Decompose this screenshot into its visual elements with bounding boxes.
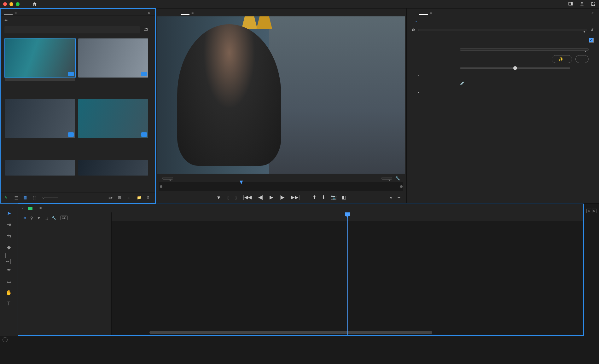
settings-icon[interactable]: 🔧	[395, 176, 400, 181]
timeline-scrollbar[interactable]	[149, 331, 433, 334]
color-section-header[interactable]: ⌄	[407, 71, 599, 79]
close-sequence-icon[interactable]: ×	[21, 206, 24, 211]
panel-overflow-icon[interactable]: »	[590, 10, 596, 15]
program-monitor-viewer[interactable]	[157, 16, 405, 174]
new-item-icon[interactable]: 🗎	[146, 195, 151, 200]
solo-right-icon[interactable]: S	[592, 209, 596, 213]
sort-icon[interactable]: ≡▾	[108, 195, 113, 200]
maximize-window-icon[interactable]	[16, 2, 20, 6]
clip-thumbnail[interactable]	[5, 38, 75, 96]
project-search-input[interactable]	[4, 26, 140, 33]
lumetri-effect-dropdown[interactable]	[418, 29, 587, 31]
tab-lumetri-color[interactable]	[419, 10, 428, 15]
clip-thumbnail[interactable]	[78, 160, 148, 190]
razor-tool-icon[interactable]: ◆	[5, 243, 13, 251]
panel-overflow-icon[interactable]: »	[146, 11, 152, 15]
go-to-out-icon[interactable]: ▶▶|	[291, 194, 300, 200]
pen-tool-icon[interactable]: ✒	[5, 266, 13, 274]
list-view-icon[interactable]	[14, 195, 19, 200]
chevron-down-icon: ⌄	[417, 90, 420, 93]
new-bin-icon[interactable]	[143, 27, 148, 33]
playhead-icon[interactable]	[240, 181, 243, 184]
export-frame-icon[interactable]: 📷	[331, 194, 337, 200]
selection-tool-icon[interactable]: ➤	[5, 209, 13, 217]
tab-libraries[interactable]	[27, 11, 36, 15]
clip-thumbnail[interactable]	[78, 99, 148, 156]
in-point-icon[interactable]	[160, 185, 162, 188]
fullscreen-icon[interactable]	[591, 1, 596, 7]
zoom-slider-icon[interactable]: ○─────	[42, 195, 47, 200]
step-forward-icon[interactable]: |▶	[280, 194, 285, 200]
track-select-tool-icon[interactable]: ⇥	[5, 221, 13, 228]
sequence-settings-icon[interactable]: ⬚	[44, 216, 48, 220]
minimize-window-icon[interactable]	[9, 2, 13, 6]
monitor-scrubber[interactable]	[159, 182, 403, 191]
clip-thumbnail[interactable]	[78, 38, 148, 96]
clip-thumbnail[interactable]	[5, 99, 75, 156]
tab-menu-icon[interactable]: ≡	[189, 10, 195, 15]
reset-effect-icon[interactable]: ↺	[590, 28, 594, 32]
freeform-view-icon[interactable]: ⬚	[33, 195, 38, 200]
mark-out-icon[interactable]: }	[235, 195, 237, 200]
share-icon[interactable]	[579, 1, 584, 7]
basic-correction-header[interactable]: ✓	[407, 34, 599, 46]
workspace-panel-icon[interactable]	[568, 1, 573, 7]
go-to-in-icon[interactable]: |◀◀	[243, 194, 252, 200]
icon-view-icon[interactable]: ▦	[23, 195, 28, 200]
input-lut-dropdown[interactable]	[460, 48, 589, 51]
clip-thumbnail[interactable]	[5, 160, 75, 190]
step-back-icon[interactable]: ◀|	[258, 194, 263, 200]
home-icon[interactable]	[32, 2, 38, 7]
zoom-dropdown[interactable]	[381, 177, 392, 180]
wrench-icon[interactable]: 🔧	[52, 216, 56, 220]
project-breadcrumb[interactable]: ⬅	[1, 15, 155, 25]
add-button-icon[interactable]: ＋	[397, 194, 401, 200]
tab-bin[interactable]	[4, 11, 13, 15]
timeline-playhead[interactable]	[347, 212, 348, 335]
tab-essential-graphics[interactable]	[434, 11, 443, 14]
tab-menu-icon[interactable]: ≡	[13, 11, 19, 15]
mark-in-icon[interactable]: {	[227, 195, 229, 200]
tab-effects[interactable]	[19, 11, 27, 15]
snap-icon[interactable]: ❄	[23, 216, 26, 220]
tab-program-monitor[interactable]	[181, 10, 189, 15]
automate-icon[interactable]: ⊞	[118, 195, 123, 200]
comparison-view-icon[interactable]: ◧	[342, 194, 346, 200]
light-section-header[interactable]: ⌄	[407, 87, 599, 96]
play-icon[interactable]: ▶	[270, 194, 273, 200]
find-icon[interactable]: ⌕	[127, 195, 132, 200]
section-enable-checkbox[interactable]: ✓	[589, 38, 594, 43]
marker-icon[interactable]: ▼	[37, 216, 41, 220]
new-bin-icon[interactable]: 📁	[137, 195, 142, 200]
type-tool-icon[interactable]: T	[5, 300, 13, 308]
timeline-tracks-area[interactable]	[112, 212, 583, 335]
fx-badge-icon[interactable]: fx	[412, 28, 415, 32]
rectangle-tool-icon[interactable]: ▭	[5, 277, 13, 285]
tab-effect-controls[interactable]	[410, 11, 419, 14]
extract-icon[interactable]: ⬇	[322, 194, 326, 200]
hand-tool-icon[interactable]: ✋	[5, 289, 13, 296]
intensity-slider[interactable]	[460, 67, 570, 69]
lift-icon[interactable]: ⬆	[312, 194, 317, 200]
solo-left-icon[interactable]: S	[586, 209, 591, 213]
edit-icon[interactable]: ✎	[4, 195, 9, 200]
out-point-icon[interactable]	[400, 185, 403, 188]
add-marker-icon[interactable]: ▼	[216, 195, 221, 200]
linked-selection-icon[interactable]: ⚲	[30, 216, 33, 220]
reset-button[interactable]	[575, 55, 589, 63]
sequence-tab[interactable]: ≡	[28, 206, 44, 211]
tab-menu-icon[interactable]: ≡	[428, 10, 434, 15]
slip-tool-icon[interactable]: |↔|	[5, 255, 13, 262]
fit-dropdown[interactable]	[162, 177, 173, 180]
eyedropper-icon[interactable]: 💉	[460, 81, 465, 85]
breadcrumb-back-icon[interactable]: ⬅	[4, 18, 8, 22]
tab-menu-icon[interactable]: ≡	[38, 206, 44, 211]
auto-button[interactable]: ✨	[552, 55, 572, 63]
button-editor-icon[interactable]: »	[390, 194, 392, 200]
captions-icon[interactable]: CC	[60, 216, 68, 220]
ripple-edit-tool-icon[interactable]: ⇆	[5, 232, 13, 240]
window-controls	[3, 2, 20, 6]
tab-source-monitor[interactable]	[159, 11, 168, 14]
close-window-icon[interactable]	[3, 2, 7, 6]
creative-cloud-icon[interactable]	[3, 337, 8, 342]
